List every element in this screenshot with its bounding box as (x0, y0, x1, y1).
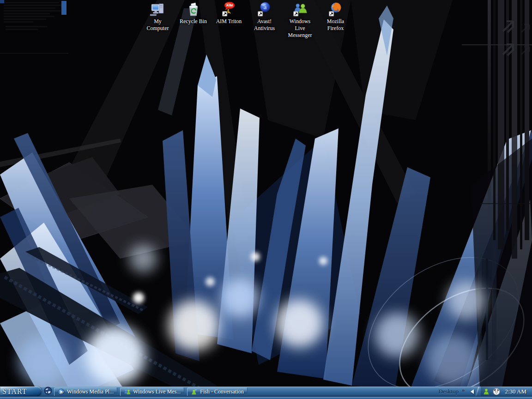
desktop-icons-row: My Computer (140, 1, 353, 39)
recycle-bin-icon (186, 1, 201, 17)
messenger-contact-icon (191, 388, 198, 395)
messenger-buddies-icon (124, 388, 131, 395)
avast-antivirus-icon: a (257, 1, 272, 17)
globe-icon (44, 387, 52, 397)
taskbar-button-label: Windows Live Mes... (133, 388, 181, 395)
desktop-screen: My Computer (0, 0, 532, 399)
taskbar-button-fish-conversation[interactable]: Fish - Conversation (187, 387, 248, 396)
taskbar-button-windows-live-messenger[interactable]: Windows Live Mes... (120, 387, 184, 396)
desktop-icon-recycle-bin[interactable]: Recycle Bin (175, 1, 211, 39)
taskbar-clock[interactable]: 2:30 AM (505, 388, 526, 395)
windows-media-player-icon (58, 388, 65, 395)
aim-triton-icon: AIM (221, 1, 237, 17)
triangle-left-icon (471, 389, 474, 394)
messenger-status-icon[interactable] (483, 388, 490, 395)
icon-label: My Computer (147, 18, 169, 32)
aim-badge-text: AIM (226, 3, 233, 7)
my-computer-icon (150, 1, 166, 17)
taskbar-content: START (0, 387, 532, 397)
taskbar-button-label: Windows Media Pl... (67, 388, 114, 395)
desktop-toolbar-label: Desktop (439, 388, 459, 395)
chevron-double-right-icon[interactable]: » (462, 386, 465, 393)
icon-label: Avast! Antivirus (254, 18, 275, 32)
icon-label: Mozilla Firefox (327, 18, 344, 32)
desktop-icon-my-computer[interactable]: My Computer (140, 1, 175, 39)
desktop-icon-aim-triton[interactable]: AIM AIM Triton (211, 1, 247, 39)
quick-launch-globe-button[interactable] (42, 387, 54, 397)
taskbar-button-windows-media-player[interactable]: Windows Media Pl... (54, 387, 117, 396)
desktop-icon-avast-antivirus[interactable]: a Avast! Antivirus (247, 1, 282, 39)
desktop-toolbar[interactable]: Desktop » (436, 388, 468, 395)
icon-label: Recycle Bin (180, 18, 207, 25)
system-tray: 2:30 AM (481, 387, 532, 397)
desktop-icon-mozilla-firefox[interactable]: Mozilla Firefox (318, 1, 353, 39)
wallpaper-crystal-art (0, 0, 532, 399)
desktop-icon-windows-live-messenger[interactable]: Windows Live Messenger (282, 1, 318, 39)
start-button[interactable]: START (0, 387, 42, 397)
avast-letter-text: a (263, 4, 266, 11)
taskbar-bottom-strip (0, 396, 532, 399)
windows-live-messenger-icon (292, 1, 308, 17)
icon-label: Windows Live Messenger (288, 18, 312, 39)
mozilla-firefox-icon (328, 1, 344, 17)
icon-label: AIM Triton (216, 18, 242, 25)
taskbar-button-label: Fish - Conversation (200, 388, 244, 395)
white-ball-tray-icon[interactable] (493, 388, 500, 395)
start-button-label: START (2, 387, 27, 396)
taskbar: START (0, 387, 532, 399)
